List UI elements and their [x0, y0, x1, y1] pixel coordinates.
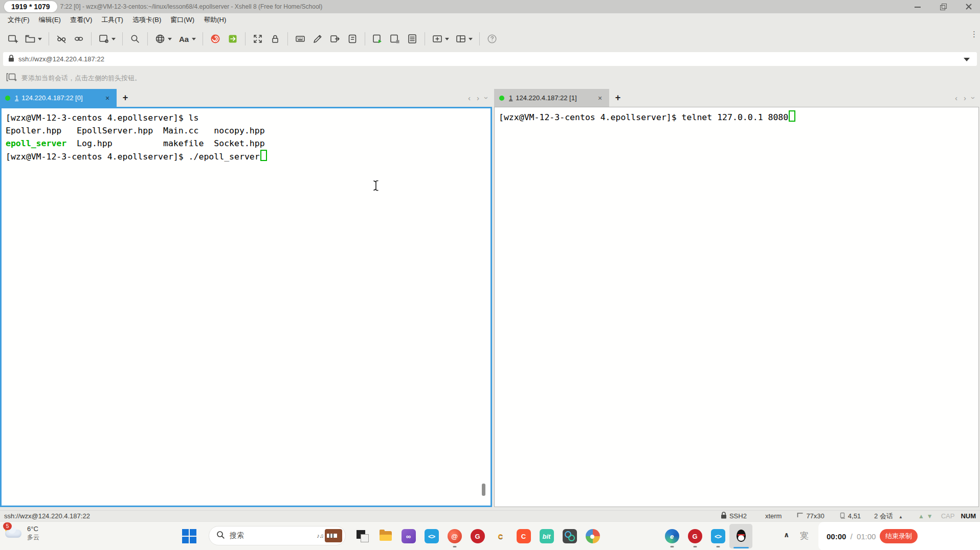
- font-dropdown-icon[interactable]: [192, 38, 196, 40]
- open-sessions-button[interactable]: [23, 31, 44, 47]
- search-highlight-piano-image[interactable]: [325, 529, 342, 542]
- virtual-keyboard-button[interactable]: [293, 31, 308, 47]
- menu-item-4[interactable]: 工具(T): [97, 14, 128, 26]
- taskbar-app-xshell[interactable]: @: [443, 524, 466, 548]
- split-pane-dropdown-icon[interactable]: [469, 38, 473, 40]
- menu-item-2[interactable]: 编辑(E): [34, 14, 65, 26]
- tab-scroll-left-icon[interactable]: [468, 94, 471, 102]
- stop-recording-button[interactable]: 结束录制: [880, 529, 918, 543]
- tab-list-dropdown-icon[interactable]: [483, 97, 491, 99]
- compose-bar-button[interactable]: [310, 31, 325, 47]
- full-screen-icon: [252, 33, 263, 44]
- find-button[interactable]: [127, 31, 143, 47]
- run-script-button[interactable]: [370, 31, 385, 47]
- font-button[interactable]: Aa: [176, 33, 198, 45]
- new-session-button[interactable]: [5, 31, 20, 47]
- taskbar-search[interactable]: 搜索: [209, 526, 346, 545]
- resolution-badge: 1919 * 1079: [4, 1, 57, 12]
- full-screen-button[interactable]: [250, 31, 265, 47]
- help-button[interactable]: [484, 31, 500, 47]
- address-input[interactable]: ssh://wzx@124.220.4.187:22: [3, 52, 977, 66]
- tray-ime-icon[interactable]: 寞: [800, 530, 809, 542]
- taskbar-app-gitee-2[interactable]: G: [683, 524, 706, 548]
- encoding-dropdown-icon[interactable]: [168, 38, 172, 40]
- send-text-button[interactable]: [327, 31, 343, 47]
- weather-widget[interactable]: 5 6°C 多云: [4, 524, 39, 542]
- taskbar-app-gitee[interactable]: G: [466, 524, 489, 548]
- stop-script-button[interactable]: [387, 31, 403, 47]
- file-transfer-button[interactable]: [225, 31, 240, 47]
- taskbar-app-palette-app[interactable]: [581, 524, 604, 548]
- lock-icon: [8, 55, 14, 64]
- toolbar-overflow-icon[interactable]: [970, 30, 978, 39]
- cursor-position: 4,51: [840, 512, 861, 520]
- session-log-button[interactable]: [405, 31, 420, 47]
- add-session-icon[interactable]: [6, 73, 17, 84]
- open-sessions-dropdown-icon[interactable]: [38, 38, 42, 40]
- weather-temperature: 6°C: [27, 525, 39, 533]
- lock-screen-button[interactable]: [268, 31, 283, 47]
- session-properties-dropdown-icon[interactable]: [112, 38, 116, 40]
- menu-item-3[interactable]: 查看(V): [65, 14, 97, 26]
- menu-item-1[interactable]: 文件(F): [3, 14, 34, 26]
- taskbar-app-vscode[interactable]: <>: [420, 524, 443, 548]
- new-terminal-dropdown-icon[interactable]: [445, 38, 449, 40]
- taskbar-app-csdn[interactable]: C: [512, 524, 535, 548]
- session-count[interactable]: 2 会话: [874, 512, 903, 521]
- tab-close-icon[interactable]: [596, 94, 604, 102]
- tab-session-0[interactable]: 1 124.220.4.187:22 [0]: [0, 89, 117, 107]
- toolbar-separator: [203, 32, 203, 45]
- close-icon[interactable]: [965, 3, 973, 11]
- session-properties-button[interactable]: [96, 31, 118, 47]
- reconnect-button[interactable]: [71, 31, 86, 47]
- tab-list-dropdown-icon[interactable]: [970, 97, 977, 99]
- window-title: 7:22 [0] - wzx@VM-12-3-centos:~/linux/le…: [60, 3, 323, 10]
- rings-app-icon: [563, 529, 577, 543]
- tab-scroll-right-icon[interactable]: [477, 94, 479, 102]
- scrollbar-thumb[interactable]: [482, 484, 485, 496]
- menu-item-6[interactable]: 窗口(W): [166, 14, 199, 26]
- taskbar-app-visual-studio[interactable]: ∞: [397, 524, 420, 548]
- bit-app-icon: bit: [540, 529, 554, 543]
- hidden-icons-chevron[interactable]: [784, 531, 789, 539]
- scroll-down-icon[interactable]: [927, 513, 933, 520]
- tab-session-1[interactable]: 1 124.220.4.187:22 [1]: [494, 89, 609, 107]
- minimize-icon[interactable]: [914, 3, 922, 11]
- menu-item-5[interactable]: 选项卡(B): [128, 14, 166, 26]
- restore-icon[interactable]: [939, 3, 947, 11]
- running-indicator: [670, 546, 674, 547]
- send-text-icon: [329, 33, 341, 44]
- taskbar-app-file-explorer[interactable]: [374, 524, 397, 548]
- terminal-type: xterm: [765, 512, 782, 520]
- tab-scroll-left-icon[interactable]: [955, 94, 957, 102]
- scroll-up-icon[interactable]: [918, 513, 924, 520]
- sessions-dropdown-icon[interactable]: [896, 512, 903, 520]
- status-session-url: ssh://wzx@124.220.4.187:22: [4, 512, 90, 520]
- taskbar-app-edge[interactable]: e: [660, 524, 683, 548]
- xagent-button[interactable]: [208, 31, 223, 47]
- split-pane-button[interactable]: [453, 31, 475, 47]
- toolbar: Aa: [0, 27, 980, 51]
- new-tab-button[interactable]: [119, 89, 132, 107]
- start-button[interactable]: [182, 529, 196, 543]
- taskbar-app-leetcode[interactable]: C: [489, 524, 512, 548]
- encoding-button[interactable]: [152, 31, 174, 47]
- terminal-pane-right[interactable]: [wzx@VM-12-3-centos 4.epollserver]$ teln…: [494, 107, 979, 507]
- script-button[interactable]: [345, 31, 360, 47]
- tab-scroll-right-icon[interactable]: [964, 94, 966, 102]
- gitee-2-icon: G: [688, 529, 702, 543]
- font-icon: Aa: [178, 35, 190, 43]
- address-dropdown-icon[interactable]: [964, 58, 970, 61]
- taskbar-app-bit-app[interactable]: bit: [535, 524, 558, 548]
- taskbar-app-rings-app[interactable]: [558, 524, 581, 548]
- running-indicator: [453, 546, 456, 547]
- taskbar-app-qq[interactable]: [729, 524, 752, 548]
- terminal-pane-left[interactable]: [wzx@VM-12-3-centos 4.epollserver]$ lsEp…: [0, 107, 492, 507]
- new-terminal-button[interactable]: [430, 31, 451, 47]
- disconnect-button[interactable]: [54, 31, 69, 47]
- taskbar-app-dark-layers[interactable]: [351, 524, 374, 548]
- menu-item-7[interactable]: 帮助(H): [199, 14, 231, 26]
- tab-close-icon[interactable]: [103, 94, 112, 102]
- taskbar-app-vscode-2[interactable]: <>: [706, 524, 729, 548]
- new-tab-button[interactable]: [611, 89, 625, 107]
